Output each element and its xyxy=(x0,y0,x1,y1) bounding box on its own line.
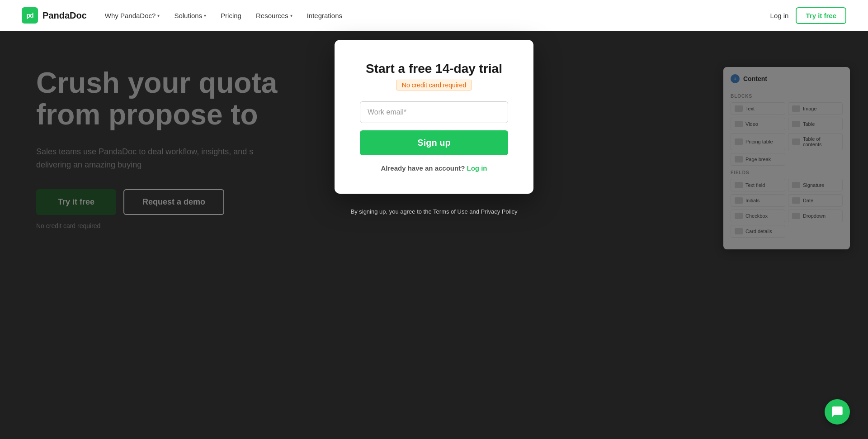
nav-left: pd PandaDoc Why PandaDoc? ▾ Solutions ▾ … xyxy=(22,7,342,24)
nav-link-integrations[interactable]: Integrations xyxy=(307,12,342,19)
nav-right: Log in Try it free xyxy=(770,7,846,24)
nav-login-link[interactable]: Log in xyxy=(770,12,789,19)
modal-title: Start a free 14-day trial xyxy=(360,62,508,76)
nav-link-pricing[interactable]: Pricing xyxy=(221,12,241,19)
privacy-link[interactable]: Privacy Policy xyxy=(481,208,518,215)
modal-overlay: Start a free 14-day trial No credit card… xyxy=(0,31,868,439)
terms-text: By signing up, you agree to the Terms of… xyxy=(350,208,517,215)
already-account-text: Already have an account? Log in xyxy=(360,164,508,172)
chevron-down-icon: ▾ xyxy=(157,13,160,18)
nav-try-free-button[interactable]: Try it free xyxy=(796,7,846,24)
terms-link[interactable]: Terms of Use xyxy=(433,208,468,215)
chat-icon xyxy=(831,406,844,418)
no-cc-badge: No credit card required xyxy=(396,80,472,91)
chat-bubble[interactable] xyxy=(825,399,850,425)
logo-text: PandaDoc xyxy=(42,10,87,21)
chevron-down-icon: ▾ xyxy=(204,13,206,18)
navbar: pd PandaDoc Why PandaDoc? ▾ Solutions ▾ … xyxy=(0,0,868,31)
nav-link-solutions[interactable]: Solutions ▾ xyxy=(174,12,206,19)
logo-icon: pd xyxy=(22,7,38,24)
chevron-down-icon: ▾ xyxy=(290,13,292,18)
email-input[interactable] xyxy=(360,101,508,123)
modal-login-link[interactable]: Log in xyxy=(467,164,487,172)
nav-link-why-pandadoc[interactable]: Why PandaDoc? ▾ xyxy=(105,12,160,19)
page-background: Crush your quota from propose to Sales t… xyxy=(0,31,868,439)
signup-button[interactable]: Sign up xyxy=(360,130,508,155)
logo[interactable]: pd PandaDoc xyxy=(22,7,87,24)
signup-modal: Start a free 14-day trial No credit card… xyxy=(335,40,533,194)
nav-links: Why PandaDoc? ▾ Solutions ▾ Pricing Reso… xyxy=(105,12,342,19)
modal-subtitle: No credit card required xyxy=(360,80,508,91)
nav-link-resources[interactable]: Resources ▾ xyxy=(256,12,292,19)
